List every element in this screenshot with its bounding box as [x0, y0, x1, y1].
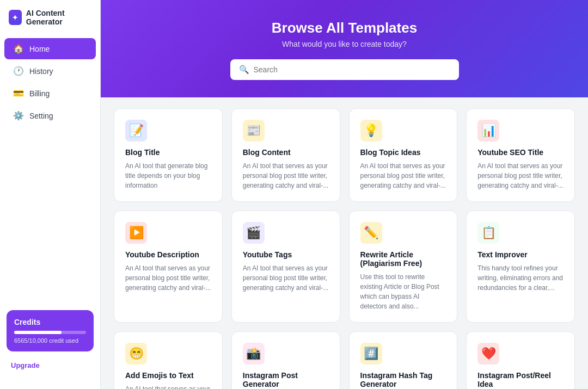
rewrite-article-title: Rewrite Article (Plagiarism Free) — [360, 250, 446, 268]
youtube-description-desc: An AI tool that serves as your personal … — [125, 263, 211, 293]
blog-title-title: Blog Title — [125, 148, 211, 157]
history-icon: 🕐 — [13, 66, 24, 76]
sidebar: ✦ AI Content Generator 🏠 Home 🕐 History … — [0, 0, 101, 389]
setting-label: Setting — [29, 112, 53, 120]
credits-card: Credits 6565/10,000 credit used — [7, 310, 94, 351]
card-rewrite-article[interactable]: ✏️ Rewrite Article (Plagiarism Free) Use… — [349, 211, 458, 323]
billing-label: Billing — [29, 89, 50, 98]
logo-icon: ✦ — [9, 10, 22, 25]
app-name: AI Content Generator — [26, 9, 91, 26]
youtube-tags-icon: 🎬 — [243, 222, 265, 244]
text-improver-title: Text Improver — [477, 250, 564, 259]
add-emojis-icon: 😁 — [125, 343, 147, 365]
card-youtube-description[interactable]: ▶️ Youtube Description An AI tool that s… — [114, 211, 223, 323]
blog-topic-ideas-title: Blog Topic Ideas — [360, 148, 446, 157]
blog-topic-ideas-icon: 💡 — [360, 120, 382, 141]
card-text-improver[interactable]: 📋 Text Improver This handy tool refines … — [466, 211, 575, 323]
nav-menu: 🏠 Home 🕐 History 💳 Billing ⚙️ Setting — [0, 37, 100, 127]
hero-title: Browse All Templates — [112, 20, 577, 36]
credits-bar-background — [14, 331, 86, 334]
home-label: Home — [29, 45, 50, 53]
youtube-description-title: Youtube Description — [125, 250, 211, 259]
credits-title: Credits — [14, 318, 86, 326]
instagram-post-icon: 📸 — [243, 343, 265, 365]
billing-icon: 💳 — [13, 88, 24, 98]
setting-icon: ⚙️ — [13, 110, 24, 121]
youtube-seo-title-desc: An AI tool that serves as your personal … — [477, 161, 564, 190]
blog-topic-ideas-desc: An AI tool that serves as your personal … — [360, 161, 446, 190]
card-add-emojis[interactable]: 😁 Add Emojis to Text An AI tool that ser… — [114, 331, 223, 389]
rewrite-article-desc: Use this tool to rewrite existing Articl… — [360, 272, 446, 311]
hero-section: Browse All Templates What would you like… — [101, 0, 588, 97]
card-youtube-seo-title[interactable]: 📊 Youtube SEO Title An AI tool that serv… — [466, 108, 575, 202]
youtube-seo-title-icon: 📊 — [477, 120, 499, 141]
blog-title-desc: An AI tool that generate blog title depe… — [125, 161, 211, 190]
blog-content-desc: An AI tool that serves as your personal … — [243, 161, 329, 190]
credits-bar-fill — [14, 331, 62, 334]
card-instagram-reel[interactable]: ❤️ Instagram Post/Reel Idea An AI tool t… — [466, 331, 575, 389]
history-label: History — [29, 67, 53, 76]
youtube-tags-title: Youtube Tags — [243, 250, 329, 259]
search-icon: 🔍 — [239, 65, 249, 75]
cards-grid: 📝 Blog Title An AI tool that generate bl… — [114, 108, 575, 389]
instagram-reel-title: Instagram Post/Reel Idea — [477, 371, 564, 388]
text-improver-desc: This handy tool refines your writing, el… — [477, 263, 564, 293]
app-logo: ✦ AI Content Generator — [0, 9, 100, 37]
blog-title-icon: 📝 — [125, 120, 147, 141]
search-bar: 🔍 — [230, 59, 459, 80]
sidebar-item-billing[interactable]: 💳 Billing — [4, 83, 96, 104]
instagram-hashtag-title: Instagram Hash Tag Generator — [360, 371, 446, 388]
card-blog-content[interactable]: 📰 Blog Content An AI tool that serves as… — [231, 108, 340, 202]
add-emojis-title: Add Emojis to Text — [125, 371, 211, 380]
sidebar-bottom: Credits 6565/10,000 credit used Upgrade — [0, 304, 100, 380]
youtube-seo-title-title: Youtube SEO Title — [477, 148, 564, 157]
sidebar-item-setting[interactable]: ⚙️ Setting — [4, 105, 96, 126]
card-youtube-tags[interactable]: 🎬 Youtube Tags An AI tool that serves as… — [231, 211, 340, 323]
blog-content-title: Blog Content — [243, 148, 329, 157]
instagram-reel-icon: ❤️ — [477, 343, 499, 365]
card-blog-title[interactable]: 📝 Blog Title An AI tool that generate bl… — [114, 108, 223, 202]
hero-subtitle: What would you like to create today? — [112, 40, 577, 48]
main-content: Browse All Templates What would you like… — [101, 0, 588, 389]
instagram-post-title: Instagram Post Generator — [243, 371, 329, 388]
youtube-description-icon: ▶️ — [125, 222, 147, 244]
search-input[interactable] — [254, 65, 450, 74]
card-instagram-post[interactable]: 📸 Instagram Post Generator An AI tool th… — [231, 331, 340, 389]
youtube-tags-desc: An AI tool that serves as your personal … — [243, 263, 329, 293]
sidebar-item-history[interactable]: 🕐 History — [4, 60, 96, 82]
home-icon: 🏠 — [13, 44, 24, 54]
rewrite-article-icon: ✏️ — [360, 222, 382, 244]
upgrade-button[interactable]: Upgrade — [7, 357, 44, 374]
add-emojis-desc: An AI tool that serves as your personal … — [125, 384, 211, 389]
blog-content-icon: 📰 — [243, 120, 265, 141]
instagram-hashtag-icon: #️⃣ — [360, 343, 382, 365]
card-instagram-hashtag[interactable]: #️⃣ Instagram Hash Tag Generator An AI t… — [349, 331, 458, 389]
sidebar-item-home[interactable]: 🏠 Home — [4, 38, 96, 59]
credits-used-text: 6565/10,000 credit used — [14, 337, 86, 344]
cards-area: 📝 Blog Title An AI tool that generate bl… — [101, 97, 588, 389]
text-improver-icon: 📋 — [477, 222, 499, 244]
card-blog-topic-ideas[interactable]: 💡 Blog Topic Ideas An AI tool that serve… — [349, 108, 458, 202]
